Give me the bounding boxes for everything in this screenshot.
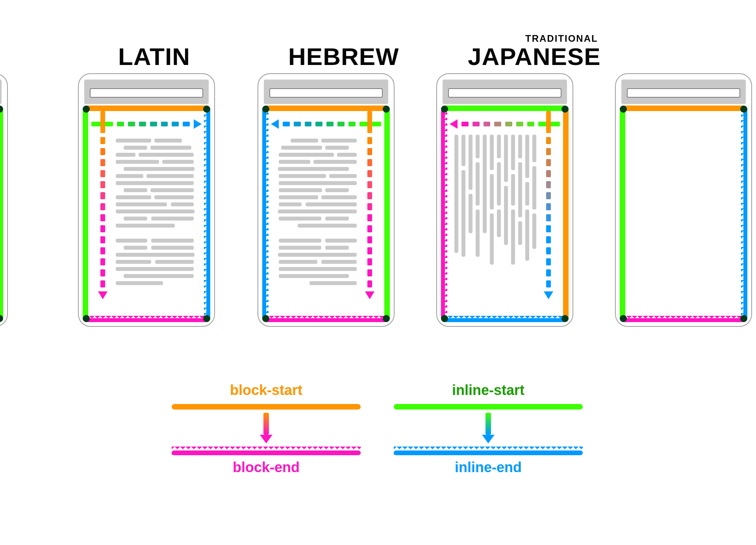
browser-chrome: [443, 80, 567, 104]
legend-block-arrow: [172, 413, 361, 443]
legend-block-end-label: block-end: [172, 459, 361, 476]
inline-end-edge: [262, 109, 269, 319]
legend-inline-end-bar: [394, 447, 583, 455]
inline-start-edge: [384, 107, 390, 321]
url-bar: [269, 88, 383, 98]
legend-inline: inline-start inline-end: [394, 382, 583, 476]
block-start-edge: [563, 107, 569, 321]
browser-chrome: [84, 80, 209, 104]
block-start-edge: [84, 106, 209, 111]
url-bar: [448, 88, 561, 98]
label-hebrew: HEBREW: [288, 43, 399, 70]
legend-block-end-bar: [172, 447, 361, 455]
legend-block: block-start block-end: [172, 382, 361, 476]
phone-hebrew: [258, 73, 395, 327]
inline-direction-arrow: [546, 111, 551, 317]
block-start-edge: [264, 106, 388, 111]
legend-block-start-bar: [172, 404, 361, 410]
label-latin: LATIN: [118, 43, 190, 70]
label-japanese: JAPANESE: [468, 43, 601, 70]
inline-direction-arrow: [91, 121, 202, 127]
block-end-edge: [441, 109, 447, 319]
inline-end-edge: [445, 316, 565, 322]
block-end-edge: [266, 316, 386, 322]
block-direction-arrow: [100, 111, 106, 317]
inline-start-edge: [443, 106, 567, 111]
phone-japanese: [436, 73, 573, 327]
content-area: [264, 107, 388, 321]
diagram-stage: LATIN HEBREW TRADITIONAL JAPANESE: [0, 0, 756, 545]
legend-block-start-label: block-start: [172, 382, 361, 399]
block-direction-arrow: [450, 121, 560, 127]
browser-chrome: [264, 80, 388, 104]
legend-inline-start-label: inline-start: [394, 382, 583, 399]
legend-inline-arrow: [394, 413, 583, 443]
inline-start-edge: [83, 107, 88, 321]
content-area: [84, 107, 209, 321]
block-direction-arrow: [367, 111, 372, 317]
url-bar: [90, 88, 203, 98]
block-end-edge: [86, 316, 207, 322]
legend-inline-start-bar: [394, 404, 583, 410]
legend-inline-end-label: inline-end: [394, 459, 583, 476]
inline-end-edge: [204, 109, 210, 319]
phone-offscreen-left: [0, 73, 8, 327]
inline-direction-arrow: [271, 121, 381, 127]
phone-latin: [78, 73, 215, 327]
content-area: [443, 107, 567, 321]
phone-offscreen-right: [615, 73, 752, 327]
